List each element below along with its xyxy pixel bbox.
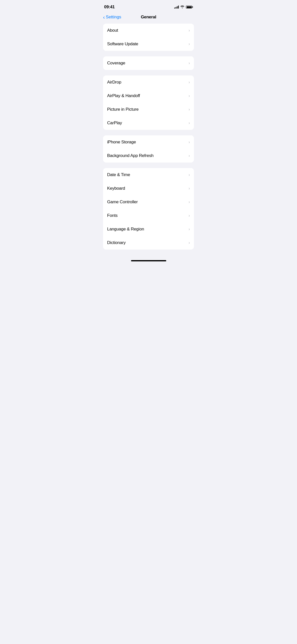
coverage-row[interactable]: Coverage › bbox=[103, 56, 194, 70]
wifi-icon bbox=[180, 5, 184, 9]
settings-group-4: iPhone Storage › Background App Refresh … bbox=[103, 135, 194, 163]
home-bar bbox=[131, 260, 166, 261]
airdrop-label: AirDrop bbox=[107, 80, 121, 85]
settings-group-3: AirDrop › AirPlay & Handoff › Picture in… bbox=[103, 75, 194, 130]
nav-header: ‹ Settings General bbox=[99, 13, 198, 24]
fonts-row[interactable]: Fonts › bbox=[103, 209, 194, 222]
language-region-chevron-icon: › bbox=[189, 227, 190, 231]
airplay-handoff-chevron-icon: › bbox=[189, 94, 190, 98]
date-time-row[interactable]: Date & Time › bbox=[103, 168, 194, 182]
keyboard-chevron-icon: › bbox=[189, 186, 190, 191]
fonts-chevron-icon: › bbox=[189, 213, 190, 218]
software-update-row[interactable]: Software Update › bbox=[103, 37, 194, 51]
picture-in-picture-row[interactable]: Picture in Picture › bbox=[103, 103, 194, 116]
status-time: 09:41 bbox=[104, 5, 115, 10]
back-button[interactable]: ‹ Settings bbox=[103, 15, 121, 20]
airplay-handoff-row[interactable]: AirPlay & Handoff › bbox=[103, 89, 194, 103]
iphone-storage-label: iPhone Storage bbox=[107, 140, 136, 145]
airdrop-row[interactable]: AirDrop › bbox=[103, 75, 194, 89]
date-time-chevron-icon: › bbox=[189, 173, 190, 177]
dictionary-row[interactable]: Dictionary › bbox=[103, 236, 194, 250]
software-update-chevron-icon: › bbox=[189, 42, 190, 46]
about-row[interactable]: About › bbox=[103, 24, 194, 37]
coverage-chevron-icon: › bbox=[189, 61, 190, 65]
game-controller-chevron-icon: › bbox=[189, 200, 190, 204]
settings-group-1: About › Software Update › bbox=[103, 24, 194, 51]
game-controller-label: Game Controller bbox=[107, 199, 138, 205]
about-label: About bbox=[107, 28, 118, 33]
background-app-refresh-row[interactable]: Background App Refresh › bbox=[103, 149, 194, 163]
coverage-label: Coverage bbox=[107, 61, 125, 66]
fonts-label: Fonts bbox=[107, 213, 118, 218]
carplay-label: CarPlay bbox=[107, 120, 122, 126]
background-app-refresh-chevron-icon: › bbox=[189, 153, 190, 158]
page-title: General bbox=[141, 15, 156, 20]
dictionary-label: Dictionary bbox=[107, 240, 126, 245]
picture-in-picture-chevron-icon: › bbox=[189, 107, 190, 112]
dictionary-chevron-icon: › bbox=[189, 240, 190, 245]
back-label: Settings bbox=[106, 15, 121, 20]
iphone-storage-chevron-icon: › bbox=[189, 140, 190, 144]
language-region-label: Language & Region bbox=[107, 227, 144, 232]
status-bar: 09:41 bbox=[99, 0, 198, 13]
background-app-refresh-label: Background App Refresh bbox=[107, 153, 154, 158]
airdrop-chevron-icon: › bbox=[189, 80, 190, 85]
carplay-chevron-icon: › bbox=[189, 121, 190, 125]
status-icons bbox=[174, 5, 193, 9]
battery-icon bbox=[186, 6, 193, 9]
keyboard-row[interactable]: Keyboard › bbox=[103, 182, 194, 195]
settings-group-2: Coverage › bbox=[103, 56, 194, 70]
language-region-row[interactable]: Language & Region › bbox=[103, 222, 194, 236]
software-update-label: Software Update bbox=[107, 42, 138, 47]
carplay-row[interactable]: CarPlay › bbox=[103, 116, 194, 130]
settings-group-5: Date & Time › Keyboard › Game Controller… bbox=[103, 168, 194, 250]
airplay-handoff-label: AirPlay & Handoff bbox=[107, 93, 140, 98]
about-chevron-icon: › bbox=[189, 28, 190, 33]
keyboard-label: Keyboard bbox=[107, 186, 125, 191]
game-controller-row[interactable]: Game Controller › bbox=[103, 195, 194, 209]
signal-icon bbox=[174, 6, 179, 9]
picture-in-picture-label: Picture in Picture bbox=[107, 107, 139, 112]
settings-content: About › Software Update › Coverage › Air… bbox=[99, 24, 198, 250]
date-time-label: Date & Time bbox=[107, 172, 130, 177]
iphone-storage-row[interactable]: iPhone Storage › bbox=[103, 135, 194, 149]
home-indicator bbox=[99, 255, 198, 264]
back-chevron-icon: ‹ bbox=[103, 15, 105, 20]
